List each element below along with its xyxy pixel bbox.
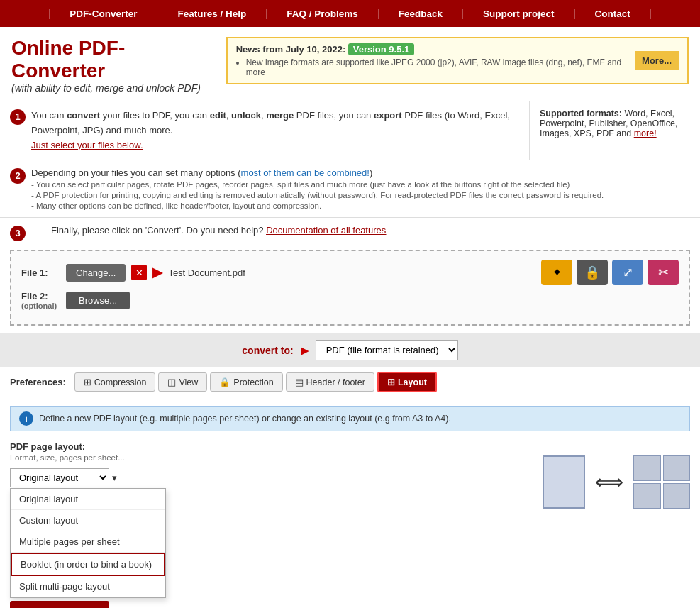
dropdown-item-split[interactable]: Split multi-page layout [11,576,165,597]
dropdown-item-booklet[interactable]: Booklet (in order to bind a book) [11,553,165,576]
page-cell-3 [633,483,661,509]
preferences-label: Preferences: [10,377,66,387]
layout-visual: ⟺ [543,448,690,509]
news-content: News from July 10, 2022: Version 9.5.1 N… [236,44,628,77]
layout-arrow-icon: ⟺ [595,470,623,494]
file1-name: Test Document.pdf [168,267,245,278]
pdf-icon: ▶ [152,265,162,280]
view-icon: ◫ [167,377,176,387]
header-section: Online PDF-Converter (with ability to ed… [0,27,700,101]
layout-row: PDF page layout: Format, size, pages per… [10,441,690,608]
layout-info-text: Define a new PDF layout (e.g. multiple p… [39,414,451,424]
view-label: View [179,377,198,387]
lock-button[interactable]: 🔒 [577,260,608,285]
file1-label: File 1: [21,267,60,278]
file2-browse-button[interactable]: Browse... [66,292,130,309]
nav-faq[interactable]: FAQ / Problems [267,9,379,19]
step3-section: 3 Finally, please click on 'Convert'. Do… [0,218,700,243]
nav-features[interactable]: Features / Help [157,9,267,19]
news-more-button[interactable]: More... [635,51,679,70]
multi-page-icon [633,455,690,509]
header-icon: ▤ [295,377,304,387]
wand-button[interactable]: ✦ [541,260,572,285]
step2-section: 2 Depending on your files you can set ma… [0,160,700,218]
layout-field-label: PDF page layout: Format, size, pages per… [10,441,531,463]
layout-left: PDF page layout: Format, size, pages per… [10,441,531,608]
header-label: Header / footer [306,377,365,387]
step2-content: Depending on your files you can set many… [31,167,690,210]
news-box: News from July 10, 2022: Version 9.5.1 N… [226,37,689,84]
layout-dropdown: Original layout Custom layout Multiple p… [10,488,166,598]
step3-content: Finally, please click on 'Convert'. Do y… [51,225,386,236]
layout-info-box: i Define a new PDF layout (e.g. multiple… [10,406,690,431]
nav-pdf-converter[interactable]: PDF-Converter [49,9,157,19]
file1-delete-button[interactable]: ✕ [131,265,147,280]
tool-icons: ✦ 🔒 ⤢ ✂ [541,260,679,285]
step1-text: You can convert your files to PDF, you c… [31,109,519,153]
step2-note1: - You can select particular pages, rotat… [31,180,690,189]
step2-note3: - Many other options can be defined, lik… [31,201,690,210]
convert-button[interactable]: Convert [10,601,109,608]
info-icon: i [19,411,33,426]
layout-tab-icon: ⊞ [387,377,395,387]
file2-row: File 2: (optional) Browse... [21,291,679,310]
page-cell-4 [663,483,691,509]
step1-select-link[interactable]: Just select your files below. [31,140,143,150]
merge-button[interactable]: ⤢ [612,260,643,285]
dropdown-item-custom[interactable]: Custom layout [11,510,165,531]
layout-panel: i Define a new PDF layout (e.g. multiple… [0,397,700,608]
tab-protection[interactable]: 🔒 Protection [210,372,282,392]
dropdown-item-original[interactable]: Original layout [11,489,165,510]
file1-change-button[interactable]: Change... [66,264,126,282]
news-list: New image formats are supported like JPE… [246,57,628,77]
convert-to-row: convert to: ▶ PDF (file format is retain… [0,333,700,367]
protection-label: Protection [233,377,273,387]
dropdown-item-multiple[interactable]: Multiple pages per sheet [11,531,165,553]
layout-tab-label: Layout [398,377,427,387]
convert-button-wrapper: Convert [10,601,531,608]
compression-label: Compression [94,377,147,387]
protection-icon: 🔒 [219,377,230,387]
tab-compression[interactable]: ⊞ Compression [74,372,156,392]
news-item: New image formats are supported like JPE… [246,57,628,77]
file2-label: File 2: (optional) [21,291,60,310]
tab-view[interactable]: ◫ View [158,372,207,392]
nav-feedback[interactable]: Feedback [379,9,463,19]
tab-layout[interactable]: ⊞ Layout [377,372,437,392]
page-title: Online PDF-Converter [11,37,212,82]
layout-select-wrapper: Original layout ▾ Original layout Custom… [10,468,531,487]
file-section: File 1: Change... ✕ ▶ Test Document.pdf … [10,250,690,326]
step1-supported: Supported formats: Word, Excel, Powerpoi… [530,101,700,160]
step1-section: 1 You can convert your files to PDF, you… [0,101,700,160]
preferences-tabs: Preferences: ⊞ Compression ◫ View 🔒 Prot… [0,367,700,397]
step1-content: You can convert your files to PDF, you c… [31,109,519,153]
convert-to-select[interactable]: PDF (file format is retained) [316,340,458,360]
more-formats-link[interactable]: more! [634,128,657,138]
nav-support[interactable]: Support project [463,9,575,19]
single-page-icon [543,455,585,509]
tab-header-footer[interactable]: ▤ Header / footer [286,372,374,392]
step1-main: 1 You can convert your files to PDF, you… [0,101,530,160]
documentation-link[interactable]: Documentation of all features [266,225,386,236]
step3-number: 3 [10,226,26,241]
file2-optional: (optional) [21,302,60,310]
scissors-button[interactable]: ✂ [648,260,679,285]
dropdown-arrow-icon: ▾ [112,472,117,483]
layout-visual-icons: ⟺ [543,455,690,509]
file1-row: File 1: Change... ✕ ▶ Test Document.pdf … [21,260,679,285]
page-cell-2 [663,455,691,481]
step2-number: 2 [10,168,26,184]
compression-icon: ⊞ [84,377,91,387]
step2-note2: - A PDF protection for printing, copying… [31,191,690,199]
news-version: Version 9.5.1 [348,43,415,55]
convert-to-label: convert to: [242,345,293,356]
page-cell-1 [633,455,661,481]
layout-select[interactable]: Original layout [10,468,109,487]
step2-text: Depending on your files you can set many… [31,167,690,178]
page-subtitle: (with ability to edit, merge and unlock … [11,82,212,94]
navigation: PDF-Converter Features / Help FAQ / Prob… [0,0,700,27]
news-date: News from July 10, 2022: [236,44,346,55]
nav-contact[interactable]: Contact [575,9,651,19]
pdf-format-icon: ▶ [301,345,309,356]
step1-number: 1 [10,109,26,125]
